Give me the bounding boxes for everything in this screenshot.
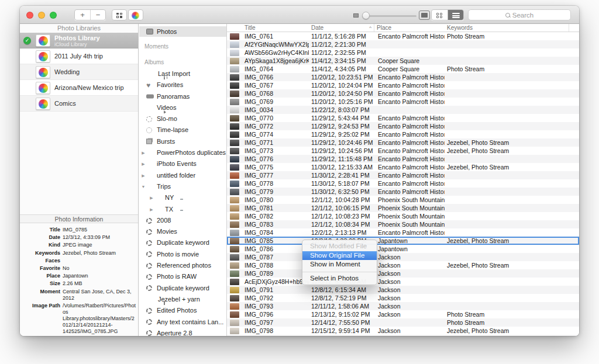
disclosure-expanded-icon[interactable]: ▼ bbox=[140, 181, 146, 192]
table-row[interactable]: IMG_076111/1/12, 5:16:28 PMEncanto Palmc… bbox=[227, 32, 579, 40]
album-item[interactable]: 2008 bbox=[139, 215, 226, 226]
album-item[interactable]: Movies bbox=[139, 226, 226, 237]
album-item[interactable]: Last Import bbox=[139, 68, 226, 79]
keywords-column-header[interactable]: Keywords bbox=[445, 24, 569, 32]
minimize-window-button[interactable] bbox=[38, 12, 45, 19]
library-item[interactable]: 2011 July 4th trip bbox=[20, 48, 138, 64]
list-view-button[interactable] bbox=[447, 10, 463, 20]
album-item[interactable]: ▶PowerPhotos duplicates bbox=[139, 147, 226, 158]
table-row[interactable]: IMG_076411/4/12, 4:34:05 PMCooper Square… bbox=[227, 65, 579, 73]
table-row[interactable]: IMG_079712/14/12, 7:55:50 PMPhoto Stream bbox=[227, 318, 579, 327]
table-row[interactable]: IMG_077011/29/12, 5:43:44 PMEncanto Palm… bbox=[227, 114, 579, 122]
search-field[interactable]: Search bbox=[468, 9, 571, 20]
keywords-cell bbox=[445, 179, 569, 188]
info-value: JPEG image bbox=[63, 242, 136, 248]
title-column-header[interactable]: Title bbox=[242, 24, 309, 32]
table-row[interactable]: IMG_079312/11/12, 1:58:06 AMJackson bbox=[227, 302, 579, 310]
album-item[interactable]: Photo is movie bbox=[139, 249, 226, 260]
table-row[interactable]: IMG_0787Jackson bbox=[227, 253, 579, 261]
disclosure-collapsed-icon[interactable]: ▶ bbox=[140, 158, 146, 169]
zoom-window-button[interactable] bbox=[50, 12, 57, 19]
sidebar-item-photos[interactable]: Photos bbox=[139, 26, 226, 37]
table-row[interactable]: IMG_0788JacksonJezebel, Photo Stream bbox=[227, 261, 579, 269]
table-row[interactable]: IMG_077811/30/12, 5:18:07 PMEncanto Palm… bbox=[227, 179, 579, 188]
table-row[interactable]: IMG_078012/1/12, 10:04:28 PMPhoenix Sout… bbox=[227, 196, 579, 204]
table-row[interactable]: IMG_078112/1/12, 10:06:15 PMPhoenix Sout… bbox=[227, 204, 579, 212]
remove-library-button[interactable]: − bbox=[90, 10, 105, 20]
place-cell: Encanto Palmcroft Histori... bbox=[374, 188, 445, 196]
table-row[interactable]: IMG_078312/1/12, 10:08:34 PMPhoenix Sout… bbox=[227, 220, 579, 228]
library-item[interactable]: Wedding bbox=[20, 64, 138, 80]
album-item[interactable]: ▼Trips bbox=[139, 181, 226, 192]
date-column-header[interactable]: Date ^ bbox=[309, 24, 374, 32]
thumbnail-size-slider-knob[interactable] bbox=[362, 12, 370, 19]
table-row[interactable]: IMG_079812/15/12, 9:59:14 PMJacksonJezeb… bbox=[227, 327, 579, 335]
table-row[interactable]: IMG_077211/29/12, 9:24:53 PMEncanto Palm… bbox=[227, 122, 579, 130]
table-row[interactable]: IMG_078412/2/12, 2:13:13 PMEncanto Palmc… bbox=[227, 228, 579, 237]
album-item[interactable]: Slo-mo bbox=[139, 113, 226, 124]
album-item[interactable]: Photo is RAW bbox=[139, 271, 226, 282]
album-item[interactable]: Duplicate keyword bbox=[139, 237, 226, 248]
table-row[interactable]: IMG_077511/30/12, 12:15:33 AMEncanto Pal… bbox=[227, 163, 579, 171]
menu-item-show-in-moment[interactable]: Show in Moment bbox=[302, 260, 377, 269]
photo-thumbnail bbox=[230, 148, 239, 154]
album-item[interactable]: ▶untitled folder bbox=[139, 170, 226, 181]
album-item[interactable]: ▶TX bbox=[139, 204, 226, 215]
album-item[interactable]: Jezebel + yarn bbox=[139, 294, 226, 305]
table-row[interactable]: IMG_076811/20/12, 10:24:50 PMEncanto Pal… bbox=[227, 89, 579, 98]
add-library-button[interactable]: + bbox=[75, 10, 90, 20]
sidebar-item-moments[interactable]: Moments bbox=[139, 43, 226, 51]
thumbnail-size-slider-track[interactable] bbox=[362, 15, 416, 17]
slomo-icon bbox=[146, 116, 152, 122]
disclosure-collapsed-icon[interactable]: ▶ bbox=[140, 147, 146, 158]
merge-browser-button[interactable] bbox=[112, 9, 127, 20]
album-item[interactable]: ♥Favorites bbox=[139, 79, 226, 91]
table-row[interactable]: IMG_076711/20/12, 10:24:04 PMEncanto Pal… bbox=[227, 81, 579, 89]
table-row[interactable]: IMG_079612/13/12, 9:15:02 PMJacksonPhoto… bbox=[227, 310, 579, 318]
open-in-photos-button[interactable] bbox=[128, 9, 143, 20]
album-item[interactable]: Edited Photos bbox=[139, 305, 226, 316]
place-cell: Jackson bbox=[374, 302, 445, 310]
album-item[interactable]: Referenced photos bbox=[139, 260, 226, 271]
library-item[interactable]: Comics bbox=[20, 96, 138, 112]
table-row[interactable]: IMG_077111/29/12, 10:24:46 PMEncanto Pal… bbox=[227, 138, 579, 147]
table-row[interactable]: IMG_077311/29/12, 10:24:56 PMEncanto Pal… bbox=[227, 147, 579, 155]
table-row[interactable]: AWSb56Gw2rHyC4KInk...11/2/12, 2:32:55 PM bbox=[227, 48, 579, 57]
table-row[interactable]: IMG_078212/1/12, 10:08:23 PMPhoenix Sout… bbox=[227, 212, 579, 220]
place-column-header[interactable]: Place bbox=[374, 24, 445, 32]
album-item[interactable]: Bursts bbox=[139, 136, 226, 147]
album-item[interactable]: Aperture 2.8 bbox=[139, 328, 226, 336]
table-row[interactable]: IMG_079212/8/12, 7:52:19 PMJackson bbox=[227, 294, 579, 302]
album-item[interactable]: Time-lapse bbox=[139, 124, 226, 136]
table-row[interactable]: IMG_079112/8/12, 6:15:34 AMJackson bbox=[227, 286, 579, 294]
album-item[interactable]: ▶iPhoto Events bbox=[139, 158, 226, 169]
library-item[interactable]: ✓Photos LibraryiCloud Library bbox=[20, 33, 138, 48]
table-row[interactable]: IMG_076611/20/12, 10:23:51 PMEncanto Pal… bbox=[227, 73, 579, 81]
table-row[interactable]: Af2YGtNaqcWMwYX2Ipy...11/2/12, 2:21:30 P… bbox=[227, 40, 579, 48]
disclosure-collapsed-icon[interactable]: ▶ bbox=[149, 192, 154, 203]
table-row[interactable]: AYpSkaga1X8jgea6jKrKu...11/4/12, 3:34:15… bbox=[227, 57, 579, 65]
menu-item-show-original-file[interactable]: Show Original File bbox=[302, 251, 377, 261]
album-item[interactable]: Any text contains Lan... bbox=[139, 317, 226, 328]
table-row[interactable]: IMG_076911/20/12, 10:25:16 PMEncanto Pal… bbox=[227, 98, 579, 106]
close-window-button[interactable] bbox=[26, 12, 33, 19]
table-row[interactable]: IMG_077411/29/12, 9:25:02 PMEncanto Palm… bbox=[227, 130, 579, 138]
disclosure-collapsed-icon[interactable]: ▶ bbox=[140, 170, 146, 181]
album-item[interactable]: Duplicate keyword bbox=[139, 283, 226, 294]
menu-item-select-in-photos[interactable]: Select in Photos bbox=[302, 274, 377, 283]
table-row[interactable]: AcEjDXjGyz48H+hb9ovu...12/8/12, 5:58:10 … bbox=[227, 278, 579, 286]
library-item[interactable]: Arizona/New Mexico trip bbox=[20, 80, 138, 96]
info-label: Favorite bbox=[22, 265, 60, 272]
table-row[interactable]: IMG_077611/29/12, 11:15:48 PMEncanto Pal… bbox=[227, 155, 579, 163]
album-item[interactable]: Panoramas bbox=[139, 91, 226, 102]
album-item[interactable]: ▶NY bbox=[139, 192, 226, 203]
disclosure-collapsed-icon[interactable]: ▶ bbox=[149, 204, 154, 215]
table-row[interactable]: IMG_077911/30/12, 6:32:50 PMEncanto Palm… bbox=[227, 188, 579, 196]
table-row[interactable]: IMG_078512/3/12, 4:33:09 PMJapantownJeze… bbox=[227, 237, 579, 245]
table-row[interactable]: IMG_077711/30/12, 2:28:41 PMEncanto Palm… bbox=[227, 171, 579, 179]
table-row[interactable]: IMG_003411/22/12, 8:03:07 PM bbox=[227, 106, 579, 114]
table-row[interactable]: IMG_0786Japantown bbox=[227, 245, 579, 253]
album-item[interactable]: Videos bbox=[139, 102, 226, 113]
grid-view-button[interactable] bbox=[432, 10, 447, 20]
table-row[interactable]: IMG_0789Jackson bbox=[227, 269, 579, 278]
